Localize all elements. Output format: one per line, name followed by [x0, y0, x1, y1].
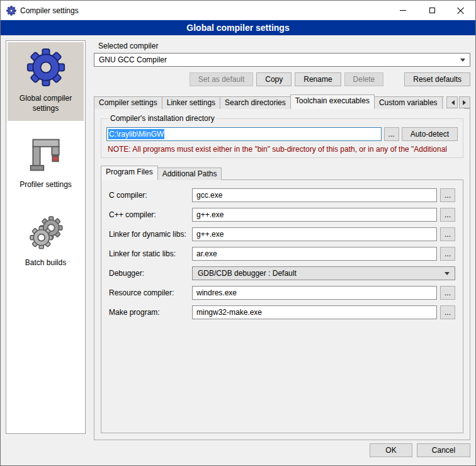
c-compiler-browse-button[interactable]: ... — [440, 188, 455, 202]
tab-linker-settings[interactable]: Linker settings — [162, 96, 220, 109]
set-as-default-button[interactable]: Set as default — [190, 72, 253, 86]
close-button[interactable] — [446, 1, 475, 20]
tab-scroll-left-button[interactable] — [446, 96, 458, 108]
debugger-label: Debugger: — [109, 269, 192, 278]
minimize-icon — [400, 10, 406, 11]
chevron-down-icon — [460, 59, 465, 64]
compiler-select[interactable]: GNU GCC Compiler — [94, 53, 470, 67]
reset-defaults-button[interactable]: Reset defaults — [404, 72, 470, 86]
field-row-resource-compiler: Resource compiler: ... — [109, 286, 455, 300]
minimize-button[interactable] — [388, 1, 417, 20]
ok-button[interactable]: OK — [370, 443, 412, 457]
installation-directory-value: C:\raylib\MinGW — [108, 129, 164, 139]
static-linker-label: Linker for static libs: — [109, 249, 192, 258]
program-files-tabbar: Program Files Additional Paths — [101, 166, 463, 180]
field-row-c-compiler: C compiler: ... — [109, 188, 455, 202]
cpp-compiler-input[interactable] — [192, 208, 437, 222]
installation-directory-input[interactable]: C:\raylib\MinGW — [106, 127, 382, 141]
copy-button[interactable]: Copy — [256, 72, 292, 86]
tab-scroll-controls — [444, 96, 470, 108]
c-compiler-label: C compiler: — [109, 191, 192, 200]
toolchain-executables-page: Compiler's installation directory C:\ray… — [94, 108, 470, 440]
bin-subdirectory-note: NOTE: All programs must exist either in … — [108, 145, 456, 154]
sidebar-item-label: Batch builds — [25, 258, 66, 268]
maximize-icon — [429, 8, 435, 13]
program-files-page: C compiler: ... C++ compiler: ... Linker… — [101, 179, 463, 433]
dynamic-linker-browse-button[interactable]: ... — [440, 227, 455, 241]
make-program-label: Make program: — [109, 308, 192, 317]
main-panel: Selected compiler GNU GCC Compiler Set a… — [94, 40, 470, 440]
installation-directory-group: Compiler's installation directory C:\ray… — [101, 114, 463, 158]
make-program-browse-button[interactable]: ... — [440, 305, 455, 319]
field-row-dynamic-linker: Linker for dynamic libs: ... — [109, 227, 455, 241]
app-gear-icon — [6, 6, 16, 16]
static-linker-browse-button[interactable]: ... — [440, 247, 455, 261]
installation-directory-legend: Compiler's installation directory — [108, 114, 217, 123]
close-icon — [457, 7, 465, 14]
selected-compiler-label: Selected compiler — [98, 42, 470, 50]
debugger-select-value: GDB/CDB debugger : Default — [198, 269, 441, 278]
rename-button[interactable]: Rename — [295, 72, 341, 86]
auto-detect-button[interactable]: Auto-detect — [402, 127, 458, 141]
window-title: Compiler settings — [20, 6, 79, 15]
make-program-input[interactable] — [192, 305, 437, 319]
sidebar-item-batch-builds[interactable]: Batch builds — [8, 208, 84, 276]
sidebar-item-profiler-settings[interactable]: Profiler settings — [8, 131, 84, 198]
gear-icon — [26, 47, 66, 88]
maximize-button[interactable] — [417, 1, 446, 20]
tab-toolchain-executables[interactable]: Toolchain executables — [290, 94, 375, 109]
batch-gears-icon — [26, 213, 65, 252]
sidebar-item-label: Global compiler settings — [9, 94, 82, 113]
dynamic-linker-input[interactable] — [192, 227, 437, 241]
field-row-debugger: Debugger: GDB/CDB debugger : Default — [109, 266, 455, 280]
sidebar-item-label: Profiler settings — [20, 180, 72, 190]
debugger-select[interactable]: GDB/CDB debugger : Default — [192, 266, 455, 280]
compiler-actions: Set as default Copy Rename Delete Reset … — [94, 72, 470, 86]
compiler-settings-window: Compiler settings Global compiler settin… — [0, 0, 476, 466]
sidebar-item-global-compiler-settings[interactable]: Global compiler settings — [8, 42, 84, 121]
resource-compiler-input[interactable] — [192, 286, 437, 300]
delete-button[interactable]: Delete — [344, 72, 384, 86]
compiler-select-value: GNU GCC Compiler — [99, 55, 456, 64]
profiler-clamp-icon — [27, 136, 65, 174]
tab-custom-variables[interactable]: Custom variables — [374, 96, 443, 109]
dialog-header: Global compiler settings — [1, 20, 475, 35]
tab-search-directories[interactable]: Search directories — [220, 96, 291, 109]
static-linker-input[interactable] — [192, 247, 437, 261]
browse-directory-button[interactable]: ... — [384, 127, 399, 141]
c-compiler-input[interactable] — [192, 188, 437, 202]
arrow-right-icon — [463, 100, 468, 105]
resource-compiler-label: Resource compiler: — [109, 288, 192, 297]
cancel-button[interactable]: Cancel — [417, 443, 470, 457]
tab-compiler-settings[interactable]: Compiler settings — [94, 96, 162, 109]
settings-category-sidebar: Global compiler settings Profiler settin… — [6, 40, 86, 434]
cpp-compiler-label: C++ compiler: — [109, 210, 192, 219]
titlebar: Compiler settings — [1, 1, 475, 20]
arrow-left-icon — [449, 100, 455, 105]
caption-buttons — [388, 1, 475, 20]
resource-compiler-browse-button[interactable]: ... — [440, 286, 455, 300]
field-row-static-linker: Linker for static libs: ... — [109, 247, 455, 261]
chevron-down-icon — [445, 272, 450, 278]
settings-tabbar: Compiler settings Linker settings Search… — [94, 94, 470, 109]
tab-program-files[interactable]: Program Files — [101, 166, 158, 180]
tab-scroll-right-button[interactable] — [459, 96, 470, 108]
dynamic-linker-label: Linker for dynamic libs: — [109, 230, 192, 239]
dialog-footer: OK Cancel — [1, 441, 475, 465]
tab-additional-paths[interactable]: Additional Paths — [157, 168, 222, 180]
cpp-compiler-browse-button[interactable]: ... — [440, 208, 455, 222]
field-row-make-program: Make program: ... — [109, 305, 455, 319]
field-row-cpp-compiler: C++ compiler: ... — [109, 208, 455, 222]
